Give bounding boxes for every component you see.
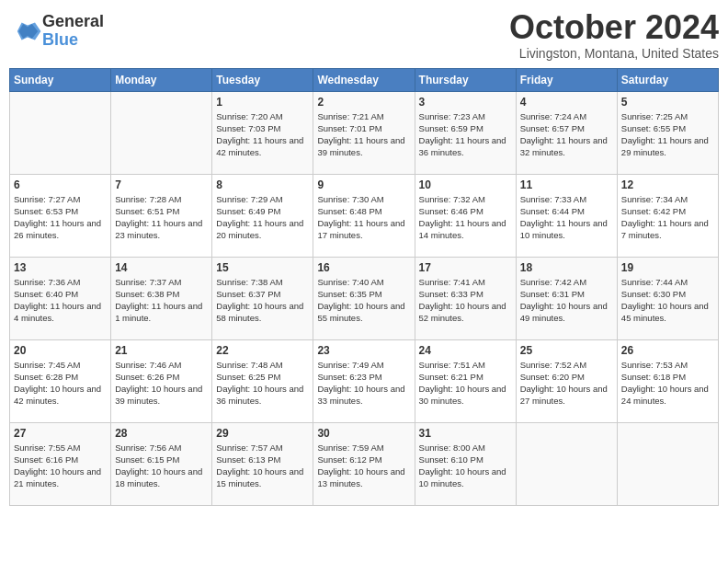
logo-icon — [13, 17, 42, 46]
header-friday: Friday — [516, 68, 617, 91]
calendar-cell: 25Sunrise: 7:52 AMSunset: 6:20 PMDayligh… — [516, 339, 617, 422]
day-number: 22 — [216, 344, 309, 357]
calendar-cell: 2Sunrise: 7:21 AMSunset: 7:01 PMDaylight… — [313, 91, 415, 174]
day-number: 14 — [115, 261, 208, 274]
calendar-cell: 29Sunrise: 7:57 AMSunset: 6:13 PMDayligh… — [212, 422, 313, 505]
page-header: General Blue October 2024 Livingston, Mo… — [9, 9, 719, 61]
calendar-cell — [617, 422, 718, 505]
day-number: 18 — [520, 261, 613, 274]
calendar-cell: 24Sunrise: 7:51 AMSunset: 6:21 PMDayligh… — [415, 339, 516, 422]
calendar-cell: 3Sunrise: 7:23 AMSunset: 6:59 PMDaylight… — [415, 91, 516, 174]
day-number: 4 — [520, 96, 613, 109]
day-info: Sunrise: 7:27 AMSunset: 6:53 PMDaylight:… — [14, 193, 107, 242]
calendar-cell: 6Sunrise: 7:27 AMSunset: 6:53 PMDaylight… — [10, 174, 111, 257]
day-info: Sunrise: 7:57 AMSunset: 6:13 PMDaylight:… — [216, 442, 309, 490]
day-info: Sunrise: 7:23 AMSunset: 6:59 PMDaylight:… — [419, 110, 512, 159]
calendar-cell: 30Sunrise: 7:59 AMSunset: 6:12 PMDayligh… — [313, 422, 415, 505]
header-thursday: Thursday — [415, 68, 516, 91]
week-row-1: 1Sunrise: 7:20 AMSunset: 7:03 PMDaylight… — [10, 91, 719, 174]
day-number: 10 — [419, 178, 512, 191]
day-info: Sunrise: 7:25 AMSunset: 6:55 PMDaylight:… — [621, 110, 714, 159]
day-info: Sunrise: 7:51 AMSunset: 6:21 PMDaylight:… — [419, 359, 512, 408]
day-info: Sunrise: 7:48 AMSunset: 6:25 PMDaylight:… — [216, 359, 309, 408]
calendar-cell: 23Sunrise: 7:49 AMSunset: 6:23 PMDayligh… — [313, 339, 415, 422]
calendar-cell — [516, 422, 617, 505]
location: Livingston, Montana, United States — [509, 46, 719, 61]
calendar-cell: 1Sunrise: 7:20 AMSunset: 7:03 PMDaylight… — [212, 91, 313, 174]
header-wednesday: Wednesday — [313, 68, 415, 91]
day-number: 8 — [216, 178, 309, 191]
calendar-cell: 14Sunrise: 7:37 AMSunset: 6:38 PMDayligh… — [111, 257, 212, 339]
day-info: Sunrise: 7:24 AMSunset: 6:57 PMDaylight:… — [520, 110, 613, 159]
calendar-cell: 22Sunrise: 7:48 AMSunset: 6:25 PMDayligh… — [212, 339, 313, 422]
day-number: 15 — [216, 261, 309, 274]
month-title: October 2024 — [509, 9, 719, 46]
week-row-4: 20Sunrise: 7:45 AMSunset: 6:28 PMDayligh… — [10, 339, 719, 422]
day-number: 31 — [419, 427, 512, 440]
calendar-cell: 7Sunrise: 7:28 AMSunset: 6:51 PMDaylight… — [111, 174, 212, 257]
week-row-5: 27Sunrise: 7:55 AMSunset: 6:16 PMDayligh… — [10, 422, 719, 505]
day-info: Sunrise: 7:46 AMSunset: 6:26 PMDaylight:… — [115, 359, 208, 408]
day-info: Sunrise: 7:34 AMSunset: 6:42 PMDaylight:… — [621, 193, 714, 242]
day-info: Sunrise: 7:37 AMSunset: 6:38 PMDaylight:… — [115, 276, 208, 325]
logo-general: General — [42, 13, 104, 31]
day-info: Sunrise: 7:44 AMSunset: 6:30 PMDaylight:… — [621, 276, 714, 325]
calendar-cell: 16Sunrise: 7:40 AMSunset: 6:35 PMDayligh… — [313, 257, 415, 339]
week-row-2: 6Sunrise: 7:27 AMSunset: 6:53 PMDaylight… — [10, 174, 719, 257]
day-number: 26 — [621, 344, 714, 357]
calendar-cell: 12Sunrise: 7:34 AMSunset: 6:42 PMDayligh… — [617, 174, 718, 257]
logo-text: General Blue — [42, 13, 104, 50]
day-info: Sunrise: 7:53 AMSunset: 6:18 PMDaylight:… — [621, 359, 714, 408]
day-info: Sunrise: 8:00 AMSunset: 6:10 PMDaylight:… — [419, 442, 512, 490]
header-monday: Monday — [111, 68, 212, 91]
day-info: Sunrise: 7:49 AMSunset: 6:23 PMDaylight:… — [317, 359, 410, 408]
day-number: 20 — [14, 344, 107, 357]
day-info: Sunrise: 7:20 AMSunset: 7:03 PMDaylight:… — [216, 110, 309, 159]
calendar-cell: 8Sunrise: 7:29 AMSunset: 6:49 PMDaylight… — [212, 174, 313, 257]
calendar-cell: 5Sunrise: 7:25 AMSunset: 6:55 PMDaylight… — [617, 91, 718, 174]
calendar-cell: 27Sunrise: 7:55 AMSunset: 6:16 PMDayligh… — [10, 422, 111, 505]
calendar-cell: 17Sunrise: 7:41 AMSunset: 6:33 PMDayligh… — [415, 257, 516, 339]
day-info: Sunrise: 7:56 AMSunset: 6:15 PMDaylight:… — [115, 442, 208, 490]
calendar-cell: 28Sunrise: 7:56 AMSunset: 6:15 PMDayligh… — [111, 422, 212, 505]
calendar-cell — [111, 91, 212, 174]
day-number: 19 — [621, 261, 714, 274]
day-number: 3 — [419, 96, 512, 109]
calendar-cell: 20Sunrise: 7:45 AMSunset: 6:28 PMDayligh… — [10, 339, 111, 422]
calendar-cell: 26Sunrise: 7:53 AMSunset: 6:18 PMDayligh… — [617, 339, 718, 422]
day-number: 17 — [419, 261, 512, 274]
day-number: 21 — [115, 344, 208, 357]
logo-blue: Blue — [42, 31, 104, 50]
day-number: 7 — [115, 178, 208, 191]
calendar-header-row: SundayMondayTuesdayWednesdayThursdayFrid… — [10, 68, 719, 91]
calendar-cell: 4Sunrise: 7:24 AMSunset: 6:57 PMDaylight… — [516, 91, 617, 174]
day-number: 29 — [216, 427, 309, 440]
day-number: 23 — [317, 344, 410, 357]
day-info: Sunrise: 7:52 AMSunset: 6:20 PMDaylight:… — [520, 359, 613, 408]
day-info: Sunrise: 7:36 AMSunset: 6:40 PMDaylight:… — [14, 276, 107, 325]
calendar-cell: 15Sunrise: 7:38 AMSunset: 6:37 PMDayligh… — [212, 257, 313, 339]
day-number: 6 — [14, 178, 107, 191]
day-number: 27 — [14, 427, 107, 440]
calendar-cell: 31Sunrise: 8:00 AMSunset: 6:10 PMDayligh… — [415, 422, 516, 505]
day-info: Sunrise: 7:55 AMSunset: 6:16 PMDaylight:… — [14, 442, 107, 490]
day-number: 28 — [115, 427, 208, 440]
day-info: Sunrise: 7:21 AMSunset: 7:01 PMDaylight:… — [317, 110, 410, 159]
calendar-table: SundayMondayTuesdayWednesdayThursdayFrid… — [9, 68, 719, 506]
day-info: Sunrise: 7:59 AMSunset: 6:12 PMDaylight:… — [317, 442, 410, 490]
day-number: 11 — [520, 178, 613, 191]
header-sunday: Sunday — [10, 68, 111, 91]
day-number: 9 — [317, 178, 410, 191]
day-number: 12 — [621, 178, 714, 191]
calendar-cell — [10, 91, 111, 174]
day-info: Sunrise: 7:29 AMSunset: 6:49 PMDaylight:… — [216, 193, 309, 242]
week-row-3: 13Sunrise: 7:36 AMSunset: 6:40 PMDayligh… — [10, 257, 719, 339]
calendar-cell: 10Sunrise: 7:32 AMSunset: 6:46 PMDayligh… — [415, 174, 516, 257]
day-info: Sunrise: 7:40 AMSunset: 6:35 PMDaylight:… — [317, 276, 410, 325]
calendar-cell: 9Sunrise: 7:30 AMSunset: 6:48 PMDaylight… — [313, 174, 415, 257]
calendar-cell: 21Sunrise: 7:46 AMSunset: 6:26 PMDayligh… — [111, 339, 212, 422]
day-info: Sunrise: 7:32 AMSunset: 6:46 PMDaylight:… — [419, 193, 512, 242]
title-block: October 2024 Livingston, Montana, United… — [509, 9, 719, 61]
day-number: 13 — [14, 261, 107, 274]
calendar-cell: 18Sunrise: 7:42 AMSunset: 6:31 PMDayligh… — [516, 257, 617, 339]
